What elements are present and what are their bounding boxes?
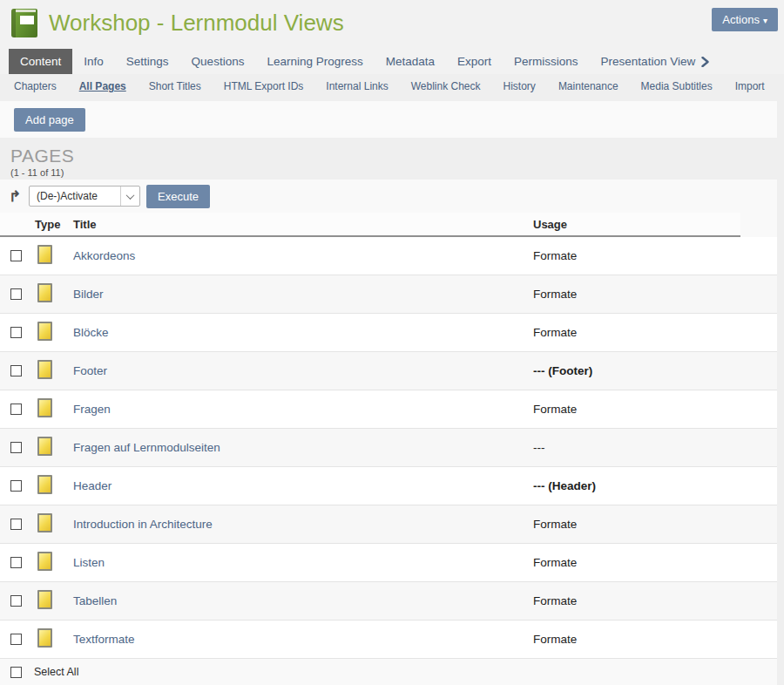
page-title-link[interactable]: Tabellen [73, 594, 533, 607]
tab-content[interactable]: Content [9, 49, 72, 74]
type-cell [37, 398, 73, 420]
presentation-view-arrow-icon [701, 57, 709, 67]
type-cell [37, 322, 73, 343]
toolbar: Add page [0, 101, 777, 138]
row-checkbox[interactable] [10, 327, 22, 338]
tab-settings[interactable]: Settings [115, 49, 180, 74]
page-type-icon [37, 398, 52, 417]
row-checkbox[interactable] [10, 595, 22, 607]
page-title-link[interactable]: Listen [73, 556, 533, 569]
row-checkbox[interactable] [10, 404, 22, 415]
tab-metadata[interactable]: Metadata [375, 49, 446, 74]
actions-button[interactable]: Actions▾ [712, 8, 778, 31]
execute-button[interactable]: Execute [146, 185, 210, 208]
usage-cell: Formate [533, 403, 777, 416]
apply-to-selected-arrow-icon: ↱ [9, 189, 29, 204]
select-all-checkbox[interactable] [10, 667, 22, 678]
tab-label: Info [84, 55, 104, 68]
tab-info[interactable]: Info [72, 49, 115, 74]
subtab-history[interactable]: History [504, 80, 536, 91]
subtab-maintenance[interactable]: Maintenance [558, 80, 618, 91]
page-title-link[interactable]: Fragen [73, 403, 533, 416]
subtab-internal-links[interactable]: Internal Links [326, 80, 388, 91]
table-row: AkkordeonsFormate [0, 237, 777, 275]
type-cell [37, 475, 73, 497]
table-row: Footer--- (Footer) [0, 352, 777, 390]
row-checkbox[interactable] [10, 519, 22, 530]
page-title-link[interactable]: Introduction in Architecture [73, 518, 533, 531]
page-title-link[interactable]: Blöcke [73, 326, 533, 339]
subtab-import[interactable]: Import [735, 80, 765, 91]
tab-presentation-view[interactable]: Presentation View [590, 49, 721, 74]
row-checkbox[interactable] [10, 442, 22, 453]
table-body: AkkordeonsFormateBilderFormateBlöckeForm… [0, 237, 777, 659]
table-row: FragenFormate [0, 390, 777, 429]
actions-button-label: Actions [722, 13, 760, 26]
page-title-link[interactable]: Fragen auf Lernmodulseiten [73, 441, 533, 454]
bulk-action-select-value: (De-)Activate [30, 190, 120, 202]
table-row: Header--- (Header) [0, 467, 777, 505]
row-checkbox[interactable] [10, 634, 22, 645]
book-icon-pages [16, 10, 36, 12]
subtab-media-subtitles[interactable]: Media Subtitles [641, 80, 713, 91]
select-all-label: Select All [34, 666, 78, 678]
subtab-weblink-check[interactable]: Weblink Check [411, 80, 481, 91]
subtab-short-titles[interactable]: Short Titles [149, 80, 201, 91]
tab-questions[interactable]: Questions [180, 49, 256, 74]
book-icon-label [20, 16, 34, 24]
tab-export[interactable]: Export [446, 49, 503, 74]
subtab-all-pages[interactable]: All Pages [79, 80, 126, 91]
pages-section-title: PAGES [10, 146, 784, 166]
tab-bar: ContentInfoSettingsQuestionsLearning Pro… [0, 49, 784, 74]
usage-cell: --- (Footer) [533, 364, 777, 377]
column-header-type: Type [35, 218, 73, 231]
type-cell [37, 283, 73, 305]
page-title-link[interactable]: Footer [73, 364, 533, 377]
usage-cell: Formate [533, 518, 777, 531]
page-type-icon [37, 552, 52, 571]
tab-learning-progress[interactable]: Learning Progress [255, 49, 374, 74]
book-icon-spine [11, 9, 16, 37]
usage-cell: Formate [533, 633, 777, 646]
select-chevron-down-icon [120, 187, 139, 206]
column-header-usage: Usage [533, 218, 740, 231]
row-checkbox[interactable] [10, 365, 22, 376]
row-checkbox[interactable] [10, 480, 22, 492]
page-title-link[interactable]: Bilder [73, 288, 533, 301]
row-checkbox[interactable] [10, 557, 22, 568]
usage-cell: Formate [533, 556, 777, 569]
page-type-icon [37, 513, 52, 532]
page-type-icon [37, 475, 52, 494]
type-cell [37, 513, 73, 535]
page-type-icon [37, 590, 52, 609]
usage-cell: Formate [533, 594, 777, 607]
page-title-link[interactable]: Header [73, 479, 533, 492]
bulk-action-select[interactable]: (De-)Activate [29, 186, 140, 207]
row-checkbox[interactable] [10, 288, 22, 300]
table-row: Fragen auf Lernmodulseiten--- [0, 429, 777, 467]
type-cell [37, 437, 73, 458]
column-header-title: Title [73, 218, 533, 231]
subtab-chapters[interactable]: Chapters [14, 80, 57, 91]
tab-label: Learning Progress [267, 55, 362, 68]
page-type-icon [37, 437, 52, 456]
page-type-icon [37, 283, 52, 302]
page-title-link[interactable]: Akkordeons [73, 249, 533, 262]
table-row: Introduction in ArchitectureFormate [0, 505, 777, 544]
tab-label: Presentation View [601, 55, 696, 68]
type-cell [37, 360, 73, 382]
table-row: ListenFormate [0, 544, 777, 582]
pages-table: ↱ (De-)Activate Execute Type Title Usage… [0, 180, 777, 685]
row-checkbox[interactable] [10, 250, 22, 261]
pages-section-header: PAGES (1 - 11 of 11) [0, 138, 784, 180]
type-cell [37, 245, 73, 267]
bulk-command-bar: ↱ (De-)Activate Execute [0, 180, 777, 213]
tab-permissions[interactable]: Permissions [503, 49, 590, 74]
table-row: TextformateFormate [0, 621, 777, 659]
page-title-link[interactable]: Textformate [73, 633, 533, 646]
subtab-html-export-ids[interactable]: HTML Export IDs [224, 80, 304, 91]
add-page-button[interactable]: Add page [14, 108, 85, 132]
table-row: TabellenFormate [0, 582, 777, 621]
page-type-icon [37, 360, 52, 379]
usage-cell: --- [533, 441, 777, 454]
